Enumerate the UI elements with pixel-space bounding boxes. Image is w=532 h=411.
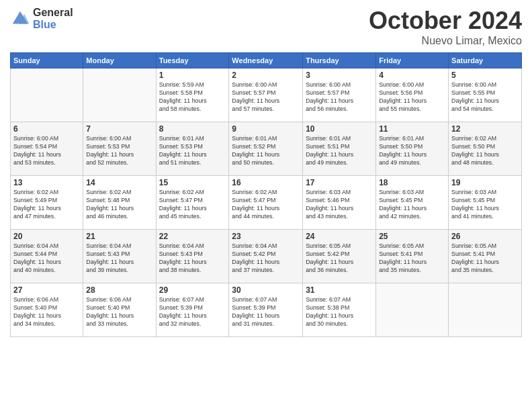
calendar-cell: 12Sunrise: 6:02 AM Sunset: 5:50 PM Dayli… bbox=[449, 122, 522, 176]
day-info: Sunrise: 6:00 AM Sunset: 5:57 PM Dayligh… bbox=[232, 81, 300, 113]
calendar-cell: 23Sunrise: 6:04 AM Sunset: 5:42 PM Dayli… bbox=[229, 230, 303, 283]
day-number: 19 bbox=[451, 178, 519, 187]
day-number: 3 bbox=[306, 71, 373, 80]
calendar-cell: 21Sunrise: 6:04 AM Sunset: 5:43 PM Dayli… bbox=[83, 230, 156, 283]
calendar-cell: 8Sunrise: 6:01 AM Sunset: 5:53 PM Daylig… bbox=[156, 122, 229, 176]
day-info: Sunrise: 6:04 AM Sunset: 5:44 PM Dayligh… bbox=[13, 242, 80, 275]
day-info: Sunrise: 6:04 AM Sunset: 5:43 PM Dayligh… bbox=[159, 242, 226, 275]
day-info: Sunrise: 6:00 AM Sunset: 5:55 PM Dayligh… bbox=[451, 81, 519, 113]
calendar-cell: 30Sunrise: 6:07 AM Sunset: 5:39 PM Dayli… bbox=[229, 283, 303, 337]
day-number: 14 bbox=[86, 178, 152, 187]
header: General Blue October 2024 Nuevo Limar, M… bbox=[10, 7, 522, 47]
calendar-week-row: 1Sunrise: 5:59 AM Sunset: 5:58 PM Daylig… bbox=[11, 68, 522, 122]
calendar-cell: 2Sunrise: 6:00 AM Sunset: 5:57 PM Daylig… bbox=[229, 68, 303, 122]
day-info: Sunrise: 6:05 AM Sunset: 5:41 PM Dayligh… bbox=[451, 242, 519, 275]
calendar-cell: 29Sunrise: 6:07 AM Sunset: 5:39 PM Dayli… bbox=[156, 283, 229, 337]
day-number: 5 bbox=[451, 71, 519, 80]
day-number: 30 bbox=[232, 285, 300, 295]
day-number: 25 bbox=[379, 232, 445, 241]
title-block: October 2024 Nuevo Limar, Mexico bbox=[369, 7, 522, 47]
calendar-cell: 24Sunrise: 6:05 AM Sunset: 5:42 PM Dayli… bbox=[303, 230, 376, 283]
header-tuesday: Tuesday bbox=[156, 53, 229, 68]
day-info: Sunrise: 6:01 AM Sunset: 5:51 PM Dayligh… bbox=[306, 135, 373, 167]
day-info: Sunrise: 6:00 AM Sunset: 5:57 PM Dayligh… bbox=[306, 81, 373, 113]
day-number: 31 bbox=[306, 285, 373, 295]
day-number: 18 bbox=[379, 178, 445, 187]
day-number: 22 bbox=[159, 232, 226, 241]
day-number: 13 bbox=[13, 178, 80, 187]
calendar-cell: 27Sunrise: 6:06 AM Sunset: 5:40 PM Dayli… bbox=[11, 283, 83, 337]
day-number: 9 bbox=[232, 124, 300, 134]
day-info: Sunrise: 6:04 AM Sunset: 5:42 PM Dayligh… bbox=[232, 242, 300, 275]
day-info: Sunrise: 6:07 AM Sunset: 5:39 PM Dayligh… bbox=[159, 296, 226, 328]
day-number: 8 bbox=[159, 124, 226, 134]
calendar-cell: 13Sunrise: 6:02 AM Sunset: 5:49 PM Dayli… bbox=[11, 176, 83, 230]
logo-text: General Blue bbox=[33, 7, 73, 30]
day-number: 11 bbox=[379, 124, 445, 134]
day-info: Sunrise: 6:02 AM Sunset: 5:48 PM Dayligh… bbox=[86, 189, 152, 221]
day-info: Sunrise: 6:03 AM Sunset: 5:46 PM Dayligh… bbox=[306, 189, 373, 221]
day-info: Sunrise: 6:05 AM Sunset: 5:41 PM Dayligh… bbox=[379, 242, 445, 275]
calendar-table: Sunday Monday Tuesday Wednesday Thursday… bbox=[10, 52, 522, 337]
day-info: Sunrise: 6:02 AM Sunset: 5:47 PM Dayligh… bbox=[159, 189, 226, 221]
calendar-cell: 5Sunrise: 6:00 AM Sunset: 5:55 PM Daylig… bbox=[449, 68, 522, 122]
calendar-cell bbox=[449, 283, 522, 337]
header-sunday: Sunday bbox=[11, 53, 83, 68]
day-info: Sunrise: 5:59 AM Sunset: 5:58 PM Dayligh… bbox=[159, 81, 226, 113]
calendar-week-row: 6Sunrise: 6:00 AM Sunset: 5:54 PM Daylig… bbox=[11, 122, 522, 176]
day-info: Sunrise: 6:01 AM Sunset: 5:52 PM Dayligh… bbox=[232, 135, 300, 167]
day-number: 23 bbox=[232, 232, 300, 241]
day-info: Sunrise: 6:07 AM Sunset: 5:39 PM Dayligh… bbox=[232, 296, 300, 328]
calendar-cell: 22Sunrise: 6:04 AM Sunset: 5:43 PM Dayli… bbox=[156, 230, 229, 283]
calendar-cell: 15Sunrise: 6:02 AM Sunset: 5:47 PM Dayli… bbox=[156, 176, 229, 230]
calendar-cell: 1Sunrise: 5:59 AM Sunset: 5:58 PM Daylig… bbox=[156, 68, 229, 122]
day-number: 20 bbox=[13, 232, 80, 241]
day-number: 6 bbox=[13, 124, 80, 134]
logo-blue: Blue bbox=[33, 19, 73, 31]
calendar-cell: 19Sunrise: 6:03 AM Sunset: 5:45 PM Dayli… bbox=[449, 176, 522, 230]
day-number: 26 bbox=[451, 232, 519, 241]
day-info: Sunrise: 6:01 AM Sunset: 5:50 PM Dayligh… bbox=[379, 135, 445, 167]
calendar-week-row: 13Sunrise: 6:02 AM Sunset: 5:49 PM Dayli… bbox=[11, 176, 522, 230]
calendar-cell: 4Sunrise: 6:00 AM Sunset: 5:56 PM Daylig… bbox=[376, 68, 449, 122]
calendar-cell bbox=[376, 283, 449, 337]
day-info: Sunrise: 6:00 AM Sunset: 5:54 PM Dayligh… bbox=[13, 135, 80, 167]
day-number: 7 bbox=[86, 124, 152, 134]
day-number: 17 bbox=[306, 178, 373, 187]
day-info: Sunrise: 6:03 AM Sunset: 5:45 PM Dayligh… bbox=[451, 189, 519, 221]
day-number: 15 bbox=[159, 178, 226, 187]
day-number: 1 bbox=[159, 71, 226, 80]
calendar-week-row: 27Sunrise: 6:06 AM Sunset: 5:40 PM Dayli… bbox=[11, 283, 522, 337]
day-info: Sunrise: 6:00 AM Sunset: 5:53 PM Dayligh… bbox=[86, 135, 152, 167]
calendar-cell: 17Sunrise: 6:03 AM Sunset: 5:46 PM Dayli… bbox=[303, 176, 376, 230]
day-info: Sunrise: 6:02 AM Sunset: 5:47 PM Dayligh… bbox=[232, 189, 300, 221]
calendar-cell: 20Sunrise: 6:04 AM Sunset: 5:44 PM Dayli… bbox=[11, 230, 83, 283]
calendar-cell: 9Sunrise: 6:01 AM Sunset: 5:52 PM Daylig… bbox=[229, 122, 303, 176]
header-thursday: Thursday bbox=[303, 53, 376, 68]
day-number: 12 bbox=[451, 124, 519, 134]
day-number: 16 bbox=[232, 178, 300, 187]
weekday-header-row: Sunday Monday Tuesday Wednesday Thursday… bbox=[11, 53, 522, 68]
day-number: 29 bbox=[159, 285, 226, 295]
day-number: 4 bbox=[379, 71, 445, 80]
calendar-cell: 16Sunrise: 6:02 AM Sunset: 5:47 PM Dayli… bbox=[229, 176, 303, 230]
day-info: Sunrise: 6:02 AM Sunset: 5:50 PM Dayligh… bbox=[451, 135, 519, 167]
day-info: Sunrise: 6:06 AM Sunset: 5:40 PM Dayligh… bbox=[86, 296, 152, 328]
day-info: Sunrise: 6:03 AM Sunset: 5:45 PM Dayligh… bbox=[379, 189, 445, 221]
calendar-cell: 10Sunrise: 6:01 AM Sunset: 5:51 PM Dayli… bbox=[303, 122, 376, 176]
calendar-cell: 6Sunrise: 6:00 AM Sunset: 5:54 PM Daylig… bbox=[11, 122, 83, 176]
day-info: Sunrise: 6:05 AM Sunset: 5:42 PM Dayligh… bbox=[306, 242, 373, 275]
header-wednesday: Wednesday bbox=[229, 53, 303, 68]
logo-icon bbox=[10, 9, 30, 29]
calendar-week-row: 20Sunrise: 6:04 AM Sunset: 5:44 PM Dayli… bbox=[11, 230, 522, 283]
calendar-cell bbox=[11, 68, 83, 122]
logo-general: General bbox=[33, 7, 73, 19]
calendar-cell: 31Sunrise: 6:07 AM Sunset: 5:38 PM Dayli… bbox=[303, 283, 376, 337]
calendar-cell: 14Sunrise: 6:02 AM Sunset: 5:48 PM Dayli… bbox=[83, 176, 156, 230]
day-number: 27 bbox=[13, 285, 80, 295]
calendar-cell: 18Sunrise: 6:03 AM Sunset: 5:45 PM Dayli… bbox=[376, 176, 449, 230]
calendar-cell: 26Sunrise: 6:05 AM Sunset: 5:41 PM Dayli… bbox=[449, 230, 522, 283]
calendar-cell: 3Sunrise: 6:00 AM Sunset: 5:57 PM Daylig… bbox=[303, 68, 376, 122]
day-number: 2 bbox=[232, 71, 300, 80]
day-info: Sunrise: 6:04 AM Sunset: 5:43 PM Dayligh… bbox=[86, 242, 152, 275]
